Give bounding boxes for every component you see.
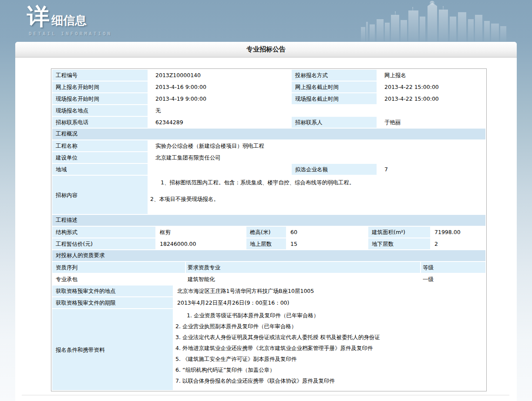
- field-label: 现场报名地点: [52, 105, 148, 116]
- field-label: 招标联系电话: [52, 117, 148, 128]
- field-value: 网上报名: [377, 70, 485, 81]
- field-value: 71998.00: [431, 227, 485, 238]
- field-value: 2013-4-22 15:00:00: [377, 82, 485, 92]
- field-label: 建筑面积(m²): [368, 227, 430, 238]
- field-label: 建设单位: [52, 152, 148, 163]
- materials-list: 1. 企业资质等级证书副本原件及复印件（已年审合格） 2. 企业营业执照副本原件…: [174, 309, 485, 390]
- field-value: 15: [287, 238, 367, 249]
- page-header: 详 细信息 DETAIL INFORMATION: [0, 0, 532, 42]
- field-value: 无: [148, 105, 485, 116]
- table-row: 获取资格预审文件的地点 北京市海淀区王庄路1号清华同方科技广场B座10层1005: [52, 285, 485, 296]
- column-header: 要求资质专业: [186, 262, 420, 273]
- column-header: 资质序列: [52, 262, 185, 273]
- page-title: 专业招标公告: [246, 45, 286, 54]
- table-row: 获取资格预审文件的期限 2013年4月22日至4月26日(9：00至16：00): [52, 297, 485, 308]
- field-value: 2013-4-22 15:00:00: [377, 93, 485, 104]
- table-row: 招标联系电话 62344289 招标联系人 于艳丽: [52, 117, 485, 128]
- materials-item: 3. 企业法定代表人身份证明及其身份证或法定代表人委托授 权书及被委托人的身份证: [175, 334, 483, 341]
- field-value: 北京市海淀区王庄路1号清华同方科技广场B座10层1005: [174, 285, 485, 296]
- section-header-row: 工程概况: [52, 129, 485, 139]
- table-row: 工程编号 2013Z10000140 投标报名方式 网上报名: [52, 70, 485, 81]
- field-value: 18246000.00: [156, 238, 246, 249]
- field-value: 2013年4月22日至4月26日(9：00至16：00): [174, 297, 485, 308]
- table-row: 工程暂估价(元) 18246000.00 地上层数 15 地下层数 2: [52, 238, 485, 249]
- field-label: 地上层数: [246, 238, 286, 249]
- table-row: 现场报名地点 无: [52, 105, 485, 116]
- qualification-series: 专业承包: [52, 274, 185, 285]
- qualification-specialty: 建筑智能化: [186, 274, 420, 285]
- field-label: 报名条件和携带资料: [52, 309, 173, 390]
- field-value: 框剪: [156, 227, 246, 238]
- field-value: 7: [377, 164, 485, 175]
- detail-table: 工程编号 2013Z10000140 投标报名方式 网上报名 网上报名开始时间 …: [51, 68, 487, 391]
- field-label: 工程编号: [52, 70, 148, 81]
- field-value: 实验办公综合楼（新建综合楼项目）弱电工程: [148, 140, 485, 151]
- section-header: 工程描述: [52, 215, 485, 226]
- field-value: 60: [287, 227, 367, 238]
- field-label: 获取资格预审文件的期限: [52, 297, 173, 308]
- field-value: 62344289: [148, 117, 291, 128]
- city-skyline-illustration: [360, 0, 508, 41]
- section-header: 对投标人的资质要求: [52, 250, 485, 261]
- table-row: 网上报名开始时间 2013-4-16 9:00:00 网上报名截止时间 2013…: [52, 82, 485, 92]
- materials-item: 6. “组织机构代码证”复印件（加盖公章）: [175, 367, 483, 374]
- tender-content-line: 1、招标图纸范围内工程。包含：系统集成、楼宇自控、综合布线等的弱电工程。: [150, 179, 483, 186]
- section-header-row: 工程描述: [52, 215, 485, 226]
- qualification-data-row: 专业承包 建筑智能化 一级: [52, 274, 485, 285]
- qualification-grade: 一级: [421, 274, 485, 285]
- field-label: 拟选企业名额: [292, 164, 377, 175]
- qualification-header-row: 资质序列 要求资质专业 等级: [52, 262, 485, 273]
- field-label: 获取资格预审文件的地点: [52, 285, 173, 296]
- field-value: 2: [431, 238, 485, 249]
- field-label: 檐高(米): [246, 227, 286, 238]
- field-label: 投标报名方式: [292, 70, 377, 81]
- table-row: 现场报名开始时间 2013-4-19 9:00:00 现场报名截止时间 2013…: [52, 93, 485, 104]
- field-label: 结构形式: [52, 227, 155, 238]
- field-label: 工程暂估价(元): [52, 238, 155, 249]
- field-label: 地下层数: [368, 238, 430, 249]
- field-label: 网上报名截止时间: [292, 82, 377, 92]
- logo-subtitle: DETAIL INFORMATION: [29, 31, 112, 37]
- tender-content-cell: 1、招标图纸范围内工程。包含：系统集成、楼宇自控、综合布线等的弱电工程。 2、本…: [148, 176, 485, 214]
- field-value: 2013-4-16 9:00:00: [148, 82, 291, 92]
- section-header: 工程概况: [52, 129, 485, 139]
- materials-item: 7. 以联合体身份报名的企业还应携带《联合体协议》原件及复印件: [175, 377, 483, 384]
- materials-item: 4. 外地进京建筑业企业还应携带《北京市建筑业企业档案管理手册》原件及复印件: [175, 345, 483, 352]
- materials-item: 2. 企业营业执照副本原件及复印件（已年审合格）: [175, 323, 483, 330]
- materials-item: 5. 《建筑施工安全生产许可证》副本原件及复印件: [175, 356, 483, 363]
- field-label: 现场报名开始时间: [52, 93, 148, 104]
- table-row: 工程名称 实验办公综合楼（新建综合楼项目）弱电工程: [52, 140, 485, 151]
- field-value: 于艳丽: [377, 117, 485, 128]
- field-label: 网上报名开始时间: [52, 82, 148, 92]
- field-label: 招标联系人: [292, 117, 377, 128]
- footer-divider: [22, 395, 509, 395]
- logo-text-small: 细信息: [51, 13, 87, 28]
- field-label: 工程名称: [52, 140, 148, 151]
- table-row: 地域 拟选企业名额 7: [52, 164, 485, 175]
- field-value: 2013Z10000140: [148, 70, 291, 81]
- table-row: 结构形式 框剪 檐高(米) 60 建筑面积(m²) 71998.00: [52, 227, 485, 238]
- site-logo: 详 细信息 DETAIL INFORMATION: [27, 5, 112, 37]
- tender-content-line: 2、本项目不接受现场报名。: [150, 196, 483, 203]
- field-value: [148, 164, 291, 175]
- field-value: 北京建工集团有限责任公司: [148, 152, 485, 163]
- table-row: 招标内容 1、招标图纸范围内工程。包含：系统集成、楼宇自控、综合布线等的弱电工程…: [52, 176, 485, 214]
- field-label: 现场报名截止时间: [292, 93, 377, 104]
- table-row: 报名条件和携带资料 1. 企业资质等级证书副本原件及复印件（已年审合格） 2. …: [52, 309, 485, 390]
- content-panel: 专业招标公告 工程编号 2013Z10000140 投标报名方式 网上报名 网上…: [15, 42, 517, 401]
- logo-text-big: 详: [27, 5, 50, 28]
- title-bar: 专业招标公告: [15, 42, 517, 58]
- column-header: 等级: [421, 262, 485, 273]
- field-label: 地域: [52, 164, 148, 175]
- field-label: 招标内容: [52, 176, 148, 214]
- table-row: 建设单位 北京建工集团有限责任公司: [52, 152, 485, 163]
- section-header-row: 对投标人的资质要求: [52, 250, 485, 261]
- materials-item: 1. 企业资质等级证书副本原件及复印件（已年审合格）: [175, 312, 483, 319]
- field-value: 2013-4-19 9:00:00: [148, 93, 291, 104]
